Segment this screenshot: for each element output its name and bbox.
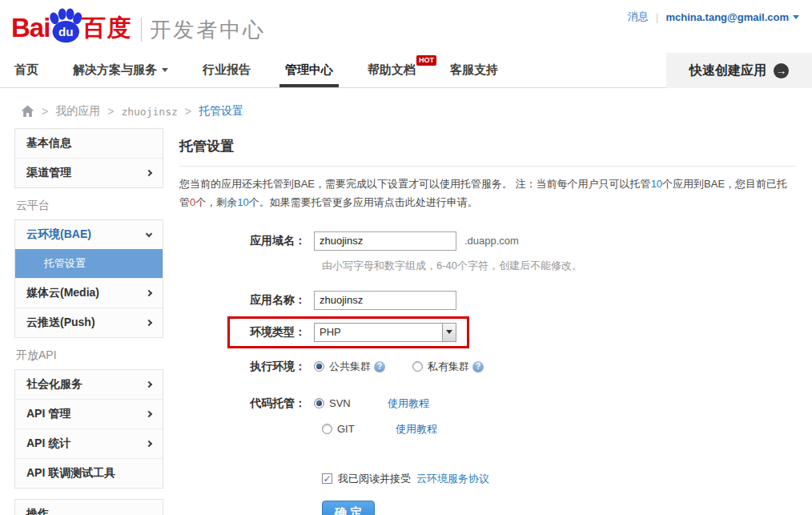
sidebar-item-bae[interactable]: 云环境(BAE) <box>15 220 163 249</box>
intro-part: 您当前的应用还未托管到BAE，需要完成以下设置才可以使用托管服务。 注：当前每个… <box>179 178 651 190</box>
user-bar: 消息 | mchina.tang@gmail.com <box>628 10 799 24</box>
sidebar-item-label: 基本信息 <box>26 136 71 151</box>
help-icon[interactable]: ? <box>374 361 385 372</box>
chevron-right-icon <box>146 411 152 417</box>
logo-divider <box>141 18 142 42</box>
code-hosting-row-svn: 代码托管： SVN 使用教程 <box>179 396 796 411</box>
app-name-row: 应用名称： <box>179 291 796 310</box>
svn-tutorial-link[interactable]: 使用教程 <box>388 396 429 411</box>
radio-selected-icon[interactable] <box>314 398 324 408</box>
nav-item-industry-report[interactable]: 行业报告 <box>203 53 251 87</box>
git-option[interactable]: GIT <box>322 423 364 435</box>
domain-input[interactable] <box>314 231 456 251</box>
intro-part: 个。如果需要托管更多应用请点击此处进行申请。 <box>249 196 478 208</box>
radio-unselected-icon[interactable] <box>322 424 332 434</box>
breadcrumb-separator: > <box>107 105 114 118</box>
site-subtitle: 开发者中心 <box>150 16 266 44</box>
public-cluster-option[interactable]: 公共集群 <box>314 360 371 374</box>
sidebar-box-operations: 操作 <box>14 499 163 515</box>
code-hosting-label: 代码托管： <box>179 396 314 411</box>
sidebar-item-channel-management[interactable]: 渠道管理 <box>15 158 163 187</box>
baidu-logo: Bai du 百度 开发者中心 <box>11 8 266 48</box>
domain-suffix: .duapp.com <box>464 235 519 247</box>
content-area: 基本信息 渠道管理 云平台 云环境(BAE) 托管设置 媒体云(Media) 云… <box>0 128 812 515</box>
service-agreement-link[interactable]: 云环境服务协议 <box>416 472 489 486</box>
code-hosting-row-git: GIT 使用教程 <box>322 422 796 437</box>
private-cluster-option[interactable]: 私有集群 <box>412 360 469 374</box>
domain-hint: 由小写字母和数字组成，6-40个字符，创建后不能修改。 <box>322 259 796 273</box>
nav-label: 行业报告 <box>203 62 251 78</box>
confirm-button[interactable]: 确 定 <box>322 501 375 515</box>
sidebar-section-open-api: 开放API <box>14 338 163 369</box>
breadcrumb-separator: > <box>42 105 48 118</box>
sidebar-box-api: 社会化服务 API 管理 API 统计 API 联调测试工具 <box>14 369 163 489</box>
sidebar-item-basic-info[interactable]: 基本信息 <box>15 129 163 158</box>
sidebar: 基本信息 渠道管理 云平台 云环境(BAE) 托管设置 媒体云(Media) 云… <box>14 128 163 515</box>
main-navigation: 首页 解决方案与服务 行业报告 管理中心 帮助文档 HOT 客服支持 快速创建应… <box>0 53 812 88</box>
sidebar-item-api-statistics[interactable]: API 统计 <box>15 428 163 458</box>
nav-label: 客服支持 <box>450 62 498 78</box>
env-type-select[interactable]: PHP <box>314 323 456 342</box>
sidebar-item-api-management[interactable]: API 管理 <box>15 399 163 428</box>
sidebar-item-label: API 统计 <box>26 437 70 451</box>
chevron-down-icon <box>146 231 152 237</box>
baidu-paw-icon: du <box>46 8 84 43</box>
git-tutorial-link[interactable]: 使用教程 <box>396 422 437 437</box>
select-dropdown-button[interactable] <box>442 324 456 341</box>
help-icon[interactable]: ? <box>472 361 484 372</box>
sidebar-item-label: 云推送(Push) <box>26 316 95 330</box>
svn-option[interactable]: SVN <box>314 397 356 409</box>
sidebar-box-app: 基本信息 渠道管理 <box>14 128 163 188</box>
sidebar-item-label: 社会化服务 <box>26 377 82 392</box>
radio-label: SVN <box>329 397 351 409</box>
nav-label: 首页 <box>14 62 38 78</box>
sidebar-item-label: 操作 <box>26 507 49 515</box>
sidebar-item-label: 托管设置 <box>44 256 86 271</box>
radio-selected-icon[interactable] <box>314 361 324 372</box>
nav-item-management-center[interactable]: 管理中心 <box>285 53 333 87</box>
nav-item-help-docs[interactable]: 帮助文档 HOT <box>368 53 416 87</box>
radio-label: 私有集群 <box>428 360 469 374</box>
breadcrumb-current-page: 托管设置 <box>199 104 243 119</box>
create-app-button[interactable]: 快速创建应用 → <box>666 53 812 88</box>
env-type-label: 环境类型： <box>179 325 314 340</box>
breadcrumb-app-name[interactable]: zhuojinsz <box>121 106 177 118</box>
breadcrumb-separator: > <box>185 105 191 118</box>
logo-baidu-cn: 百度 <box>82 12 131 45</box>
quota-remaining: 10 <box>237 196 248 208</box>
sidebar-item-hosting-settings[interactable]: 托管设置 <box>15 249 163 278</box>
agreement-row: ✓ 我已阅读并接受 云环境服务协议 <box>322 472 796 486</box>
sidebar-item-media-cloud[interactable]: 媒体云(Media) <box>15 278 163 308</box>
sidebar-item-label: API 联调测试工具 <box>26 466 115 481</box>
agreement-checkbox[interactable]: ✓ <box>322 473 332 484</box>
nav-item-home[interactable]: 首页 <box>14 53 38 87</box>
user-account-dropdown[interactable]: mchina.tang@gmail.com <box>665 11 799 23</box>
domain-row: 应用域名： .duapp.com <box>179 231 796 251</box>
breadcrumb-my-apps[interactable]: 我的应用 <box>55 104 100 119</box>
nav-item-solutions[interactable]: 解决方案与服务 <box>73 53 168 87</box>
sidebar-item-api-debug-tool[interactable]: API 联调测试工具 <box>15 458 163 488</box>
nav-label: 管理中心 <box>285 62 333 78</box>
nav-label: 解决方案与服务 <box>73 62 157 78</box>
radio-label: 公共集群 <box>329 360 371 374</box>
agreement-text: 我已阅读并接受 <box>338 472 411 486</box>
sidebar-item-social-services[interactable]: 社会化服务 <box>15 370 163 399</box>
sidebar-item-operations[interactable]: 操作 <box>15 500 163 515</box>
env-type-selected-value: PHP <box>315 326 442 338</box>
nav-label: 帮助文档 <box>368 62 416 78</box>
chevron-down-icon <box>793 15 799 19</box>
user-email-text: mchina.tang@gmail.com <box>665 11 789 23</box>
app-name-label: 应用名称： <box>179 293 314 308</box>
sidebar-item-label: API 管理 <box>26 407 70 421</box>
exec-env-row: 执行环境： 公共集群 ? 私有集群 ? <box>179 360 796 374</box>
home-icon[interactable] <box>21 105 34 118</box>
quota-total: 10 <box>651 178 662 190</box>
nav-item-support[interactable]: 客服支持 <box>450 53 498 87</box>
sidebar-item-cloud-push[interactable]: 云推送(Push) <box>15 308 163 337</box>
radio-unselected-icon[interactable] <box>412 361 423 372</box>
page-title: 托管设置 <box>179 130 796 167</box>
env-type-row: 环境类型： PHP <box>179 323 796 342</box>
app-name-input[interactable] <box>314 291 456 310</box>
messages-link[interactable]: 消息 <box>628 10 649 24</box>
chevron-right-icon <box>146 170 152 176</box>
